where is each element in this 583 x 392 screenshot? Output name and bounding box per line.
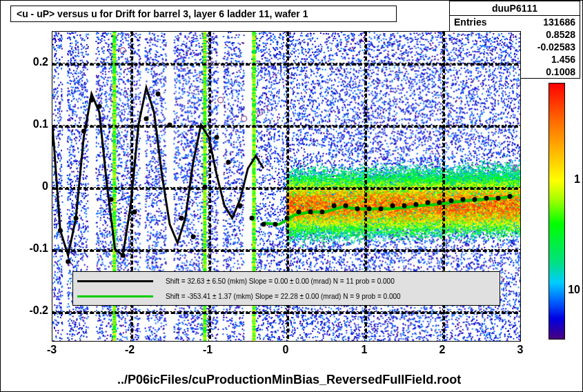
- y-tick: -0.2: [29, 304, 48, 317]
- stats-value: -0.02583: [537, 41, 575, 53]
- stats-value: 0.8528: [546, 28, 575, 41]
- chart-title: <u - uP> versus u for Drift for barrel 3…: [10, 6, 397, 22]
- legend-row: Shift = 32.63 ± 6.50 (mkm) Slope = 0.00 …: [77, 277, 495, 285]
- legend-swatch-green: [77, 295, 153, 297]
- x-tick: 1: [362, 344, 368, 356]
- file-caption: ../P06icFiles/cuProductionMinBias_Revers…: [117, 373, 461, 387]
- legend-row: Shift = -353.41 ± 1.37 (mkm) Slope = 22.…: [77, 293, 495, 300]
- x-tick: -3: [47, 344, 57, 356]
- legend-text: Shift = 32.63 ± 6.50 (mkm) Slope = 0.00 …: [166, 277, 395, 285]
- stats-label: Entries: [454, 16, 486, 28]
- stats-hist-name: duuP6111: [450, 1, 580, 16]
- colorbar-tick: 10: [568, 284, 580, 296]
- fit-legend: Shift = 32.63 ± 6.50 (mkm) Slope = 0.00 …: [72, 271, 500, 306]
- x-tick: 3: [517, 344, 524, 356]
- x-tick: 2: [439, 344, 446, 356]
- y-tick: -0.1: [29, 242, 48, 255]
- y-tick: 0: [42, 180, 48, 193]
- colorbar-tick: 1: [574, 173, 580, 186]
- legend-swatch-black: [77, 280, 153, 282]
- stats-row-entries: Entries 131686: [450, 16, 580, 28]
- x-tick: -1: [203, 344, 213, 356]
- colorbar-gradient: [549, 84, 564, 339]
- chart-title-text: <u - uP> versus u for Drift for barrel 3…: [17, 8, 308, 19]
- colorbar: [549, 83, 565, 340]
- stats-value: 1.456: [551, 53, 575, 66]
- legend-text: Shift = -353.41 ± 1.37 (mkm) Slope = 22.…: [166, 293, 401, 300]
- x-tick: -2: [125, 344, 135, 356]
- x-tick: 0: [283, 344, 289, 356]
- y-tick: 0.1: [33, 118, 48, 130]
- y-tick: 0.2: [33, 56, 48, 68]
- stats-value: 0.1008: [546, 66, 575, 78]
- stats-value: 131686: [543, 16, 575, 28]
